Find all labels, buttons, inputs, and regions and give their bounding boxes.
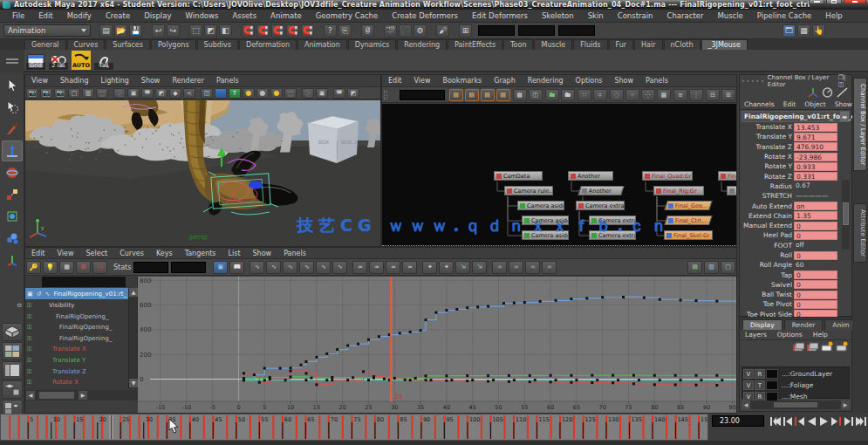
channel-value-field[interactable]: 0.331 [794,172,837,181]
layer-name[interactable]: ...:GroundLayer [779,370,832,378]
hypergraph-node[interactable]: Final... [718,171,736,181]
hypergraph-menu-panels[interactable]: Panels [639,77,674,85]
graph-editor-menu-show[interactable]: Show [247,250,278,257]
frame-all-icon[interactable]: ◩ [155,88,167,99]
graph-outliner-row[interactable]: ⚿Translate Z [25,366,129,377]
construction-history-icon[interactable]: 🛢 [361,24,374,38]
layer-tab-display[interactable]: Display [742,319,783,330]
shelf-menu-icon[interactable] [0,50,24,72]
hypergraph-menu-show[interactable]: Show [608,77,639,85]
clamped-tangents-icon[interactable]: ∿ [266,261,281,274]
scroll-left-icon[interactable]: ◀ [26,391,35,400]
shelf-tab-dynamics[interactable]: Dynamics [348,39,396,50]
single-pane-layout-button[interactable] [2,323,23,341]
snap-point-icon[interactable]: 🧲 [271,24,284,38]
shelf-item-2-ias[interactable]: 2 ias [49,51,68,70]
paint-effects-icon[interactable]: 🖌 [436,24,449,38]
shadows-display-icon[interactable]: ● [256,88,269,99]
channel-value-field[interactable]: -23.986 [794,153,837,161]
time-slider[interactable]: 5101520253035404550556065707580859095100… [0,414,708,441]
shelf-tab-rendering[interactable]: Rendering [397,39,447,50]
hypergraph-menu-view[interactable]: View [408,77,437,85]
viewport-menu-lighting[interactable]: Lighting [94,77,134,85]
channel-box-scrollbar[interactable] [842,180,850,250]
channel-value-field[interactable]: on [794,202,837,210]
free-tangent-weight-icon[interactable]: ✦ [422,261,437,274]
hypergraph-node[interactable]: Camera extras_7 [589,230,636,240]
hypergraph-node[interactable]: Camera rule... [504,186,553,195]
pre-infinity-cycle-icon[interactable]: ∞ [492,261,507,274]
swap-buffer-icon[interactable]: ≈ [369,261,384,274]
slider-pencil-icon[interactable] [837,87,848,98]
output-connection-icon[interactable]: ⎘ [338,24,352,38]
layer-visibility-toggle[interactable]: V [743,369,754,379]
scrollbar-thumb[interactable] [39,392,74,399]
menu-create-deformers[interactable]: Create Deformers [385,11,465,20]
channel-value-field[interactable]: 0 [794,270,837,279]
shelf-tab-fur[interactable]: Fur [609,39,634,50]
graph-outliner-row[interactable]: ⚿Translate Y [25,355,129,366]
channel-value-field[interactable]: 476.910 [794,142,837,151]
graph-outliner-hscrollbar[interactable]: ◀ ▶ [25,390,138,400]
save-scene-icon[interactable]: 💾 [129,24,142,38]
select-tool[interactable] [2,75,23,96]
collapse-all-icon[interactable]: ◫ [529,89,543,101]
menu-character[interactable]: Character [660,11,710,20]
input-connections-icon[interactable]: ▤ [481,89,495,101]
freeform-layout-icon[interactable]: ≡ [673,89,687,101]
play-forwards-button[interactable] [818,415,830,428]
textured-display-icon[interactable]: T [229,88,241,99]
hypergraph-menu-options[interactable]: Options [570,77,609,85]
graph-editor-menu-curves[interactable]: Curves [113,250,150,257]
channel-value-field[interactable]: 0 [794,231,837,240]
exposure-display-icon[interactable]: ◚ [333,88,345,99]
show-manip-tool[interactable] [2,250,23,270]
step-tangents-icon[interactable]: ∿ [316,261,331,274]
shelf-tab-fluids[interactable]: Fluids [573,39,607,50]
minimize-button[interactable] [809,0,824,4]
channel-value-field[interactable]: 1.35 [794,211,837,220]
graph-editor-menu-tangents[interactable]: Tangents [179,250,222,257]
expand-collapse-icon[interactable]: ▦ [513,89,527,101]
viewport-3d-canvas[interactable]: BOXBOX 2y persp [25,100,380,246]
select-hierarchy-icon[interactable]: ⬚ [189,24,202,38]
hypergraph-menu-graph[interactable]: Graph [488,77,522,85]
status-line-separator[interactable] [317,24,321,38]
menu-geometry-cache[interactable]: Geometry Cache [309,11,386,20]
select-component-icon[interactable]: ◧ [219,24,232,38]
graph-outliner-row[interactable]: ⚿Rotate X [25,377,129,387]
frame-selection-icon[interactable]: ◆ [169,88,181,99]
coordinate-input-field-1[interactable] [478,25,515,36]
channel-value-field[interactable]: 0 [794,222,837,230]
menu-constrain[interactable]: Constrain [611,11,660,20]
safe-action-icon[interactable]: ▣ [127,88,140,99]
viewport-menu-show[interactable]: Show [135,77,167,85]
hypergraph-canvas[interactable]: CamDataCamera rule...Camera aside...Came… [382,104,736,246]
viewport-menu-renderer[interactable]: Renderer [166,77,210,85]
shaded-display-icon[interactable] [215,88,227,99]
stats-time-field[interactable] [133,262,168,273]
crop-view-icon[interactable]: ⊟ [706,89,720,101]
status-line-separator[interactable] [429,24,434,38]
shelf-tab-deformation[interactable]: Deformation [239,39,297,50]
layer-tab-render[interactable]: Render [784,319,824,330]
graph-editor-menu-select[interactable]: Select [79,250,113,257]
show-hidden-icon[interactable]: 🖿 [561,89,575,101]
go-to-start-button[interactable] [769,415,781,428]
layer-name[interactable]: ...:Foliage [779,381,813,389]
menu-file[interactable]: File [5,11,31,20]
resolution-gate-icon[interactable]: ▥ [82,88,94,99]
layer-display-mode-toggle[interactable]: R [755,369,765,379]
scene-hierarchy-icon[interactable]: ▤ [449,89,463,101]
hypergraph-node[interactable]: Final_Geo... [664,201,713,210]
graph-outliner-row[interactable]: ⚿FinalRigOpening_ [25,322,129,332]
scroll-right-icon[interactable]: ▶ [841,400,850,409]
open-as-trax-icon[interactable]: ▥ [704,261,719,274]
channel-value-field[interactable]: 13.453 [794,123,837,132]
shelf-tab-muscle[interactable]: Muscle [534,39,572,50]
persp-graph-layout-button[interactable] [2,380,23,399]
new-empty-layer-icon[interactable] [793,341,804,352]
hypergraph-menu-rendering[interactable]: Rendering [522,77,570,85]
maximize-button[interactable] [826,0,842,4]
shelf-item-tail[interactable]: Tail [94,51,113,70]
